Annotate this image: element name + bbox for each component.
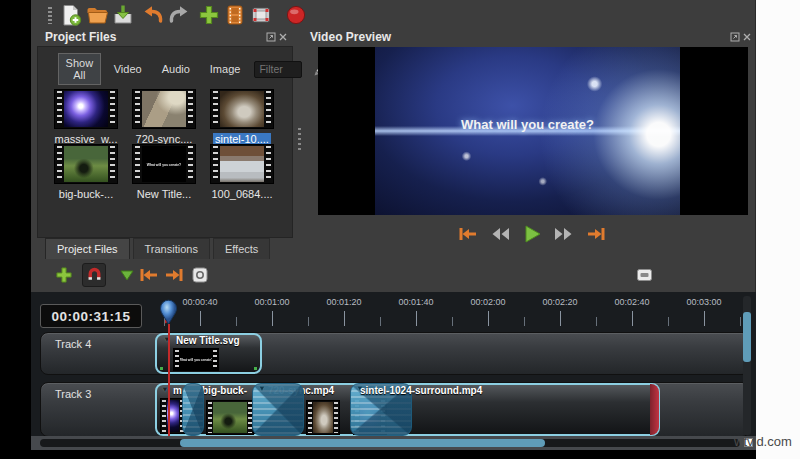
dock-tab-effects[interactable]: Effects	[213, 238, 270, 259]
filter-tab-show-all[interactable]: Show All	[58, 53, 101, 85]
dock-tab-transitions[interactable]: Transitions	[133, 238, 210, 259]
undo-icon	[141, 3, 165, 27]
close-panel-icon[interactable]	[741, 31, 753, 43]
add-track-button[interactable]	[53, 264, 75, 286]
ruler-tick	[632, 311, 633, 326]
play-button[interactable]	[520, 223, 544, 245]
close-panel-icon[interactable]	[277, 31, 289, 43]
clip-label-sintel: sintel-1024-surround.mp4	[360, 385, 482, 396]
timeline-toolbar: 20 seconds	[31, 260, 756, 292]
track-4-label: Track 4	[55, 338, 91, 350]
ruler-tick	[200, 311, 201, 326]
file-item[interactable]: sintel-10....	[206, 89, 278, 147]
file-label: New Title...	[135, 188, 193, 200]
ruler-tick	[560, 311, 561, 326]
ruler-tick-minor	[452, 317, 453, 326]
previous-marker-button[interactable]	[138, 266, 160, 284]
file-item[interactable]: 720-sync....	[128, 89, 200, 147]
ruler-label: 00:01:40	[398, 297, 433, 307]
zoom-fit-button[interactable]	[191, 266, 209, 284]
playhead-marker[interactable]	[158, 299, 179, 333]
chevron-down-icon[interactable]: ▼	[258, 384, 266, 393]
rewind-icon	[490, 226, 510, 242]
project-files-body: Show AllVideoAudioImage massive_w...720-…	[37, 46, 293, 238]
next-marker-button[interactable]	[163, 266, 185, 284]
redo-icon	[167, 3, 191, 27]
clip-label-big-buck: big-buck-	[202, 385, 247, 396]
clip-thumb-big-buck	[206, 400, 254, 435]
green-triangle-icon	[120, 270, 134, 281]
clip-trim-handle[interactable]	[650, 384, 659, 435]
film-strip-icon	[223, 3, 247, 27]
zoom-scale-button[interactable]	[635, 267, 653, 282]
jump-start-icon	[458, 226, 478, 242]
arrow-left-bar-icon	[139, 267, 159, 283]
fast-forward-button[interactable]	[552, 223, 576, 245]
rewind-button[interactable]	[488, 223, 512, 245]
snapping-toggle-button[interactable]	[82, 263, 106, 287]
redo-button[interactable]	[166, 3, 192, 27]
import-files-button[interactable]	[196, 3, 222, 27]
jump-end-icon	[586, 226, 606, 242]
file-thumbnail	[132, 89, 196, 129]
jump-to-start-button[interactable]	[456, 223, 480, 245]
file-item[interactable]: massive_w...	[50, 89, 122, 147]
ruler-tick-minor	[740, 317, 741, 326]
filter-tab-video[interactable]: Video	[107, 53, 149, 85]
horizontal-scrollbar-thumb[interactable]	[180, 439, 545, 447]
clip-new-title[interactable]: ▼ New Title.svg What will you create?	[155, 333, 262, 374]
ruler-tick	[272, 311, 273, 326]
fullscreen-icon	[249, 3, 273, 27]
track-3-clips[interactable]: ▼ m big-buck- 720-sync.mp4 sintel-1024-s…	[155, 383, 660, 436]
ruler-label: 00:03:00	[686, 297, 721, 307]
jump-to-end-button[interactable]	[584, 223, 608, 245]
choose-profile-button[interactable]	[222, 3, 248, 27]
filter-tab-audio[interactable]: Audio	[155, 53, 197, 85]
float-panel-icon[interactable]	[729, 31, 741, 43]
ruler-tick-minor	[524, 317, 525, 326]
vertical-scrollbar-track[interactable]	[743, 296, 751, 435]
dock-tab-project-files[interactable]: Project Files	[45, 238, 130, 259]
transition-clip[interactable]	[182, 383, 204, 436]
main-toolbar	[31, 0, 755, 30]
filter-tab-image[interactable]: Image	[203, 53, 248, 85]
playhead-timecode: 00:00:31:15	[40, 304, 142, 328]
toolbar-grip[interactable]	[48, 7, 52, 24]
ruler-label: 00:02:20	[542, 297, 577, 307]
project-files-panel: Project Files Show AllVideoAudioImage	[37, 28, 293, 238]
add-marker-button[interactable]	[119, 268, 135, 282]
file-item[interactable]: big-buck-...	[50, 144, 122, 202]
ruler-tick-minor	[308, 317, 309, 326]
file-thumbnail	[54, 89, 118, 129]
float-panel-icon[interactable]	[265, 31, 277, 43]
open-project-button[interactable]	[84, 3, 110, 27]
fast-forward-icon	[554, 226, 574, 242]
undo-button[interactable]	[140, 3, 166, 27]
record-circle-icon	[284, 3, 308, 27]
plus-icon	[54, 265, 74, 285]
ruler-label: 00:01:00	[254, 297, 289, 307]
plus-icon	[197, 3, 221, 27]
file-item[interactable]: What will you create?New Title...	[128, 144, 200, 202]
ruler-tick	[344, 311, 345, 326]
save-project-button[interactable]	[110, 3, 136, 27]
transition-clip[interactable]: ▼	[252, 383, 304, 436]
ruler-label: 00:02:00	[470, 297, 505, 307]
export-video-button[interactable]	[283, 3, 309, 27]
preview-frame: What will you create?	[375, 47, 680, 215]
video-preview-screen[interactable]: What will you create?	[318, 47, 748, 215]
clip-thumb-720-sync	[306, 400, 340, 435]
magnet-icon	[86, 267, 103, 284]
dock-splitter[interactable]	[293, 28, 307, 238]
playback-controls	[307, 220, 756, 248]
track-4-lane[interactable]: Track 4	[40, 332, 750, 375]
new-project-button[interactable]	[58, 3, 84, 27]
project-files-title: Project Files	[45, 30, 116, 44]
ruler-tick	[488, 311, 489, 326]
vertical-scrollbar-thumb[interactable]	[743, 312, 751, 362]
ruler-tick-minor	[236, 317, 237, 326]
file-item[interactable]: 100_0684....	[206, 144, 278, 202]
fullscreen-button[interactable]	[248, 3, 274, 27]
arrow-right-bar-icon	[164, 267, 184, 283]
video-preview-panel: Video Preview What will you create?	[307, 28, 756, 250]
